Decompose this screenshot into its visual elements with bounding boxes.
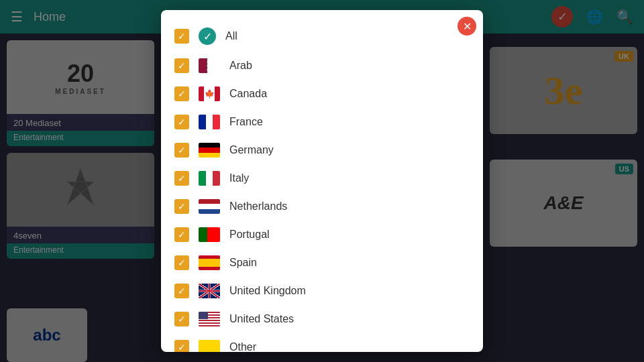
checkbox-other[interactable]: ✓ [174,340,189,352]
list-item-germany[interactable]: ✓ Germany [161,136,483,164]
list-item-other[interactable]: ✓ Other [161,333,483,352]
flag-portugal [199,227,220,242]
checkbox-portugal[interactable]: ✓ [174,227,189,242]
list-item-italy[interactable]: ✓ Italy [161,164,483,192]
item-label-arab: Arab [229,60,252,72]
checkbox-united-kingdom[interactable]: ✓ [174,284,189,298]
item-label-all: All [225,30,237,42]
checkbox-italy[interactable]: ✓ [174,171,189,186]
check-green-all: ✓ [199,27,216,45]
dialog-close-button[interactable]: ✕ [458,17,476,36]
filter-dialog: ✕ ✓ ✓ All ✓ [161,10,483,352]
checkbox-all[interactable]: ✓ [174,29,189,44]
flag-france [199,115,220,129]
check-icon: ✓ [178,201,186,212]
item-label-united-states: United States [229,313,294,325]
checkbox-netherlands[interactable]: ✓ [174,199,189,214]
check-icon: ✓ [178,342,186,352]
list-item-netherlands[interactable]: ✓ Netherlands [161,192,483,221]
checkbox-canada[interactable]: ✓ [174,86,189,101]
check-icon: ✓ [178,145,186,156]
list-item-arab[interactable]: ✓ Arab [161,52,483,80]
checkbox-united-states[interactable]: ✓ [174,312,189,326]
list-item-portugal[interactable]: ✓ Portugal [161,221,483,249]
list-item-canada[interactable]: ✓ 🍁 Canada [161,80,483,108]
item-label-portugal: Portugal [229,229,270,241]
item-label-germany: Germany [229,144,274,156]
country-filter-list: ✓ ✓ All ✓ [161,10,483,352]
check-icon: ✓ [178,31,186,42]
item-label-united-kingdom: United Kingdom [229,285,306,297]
item-label-france: France [229,116,263,128]
flag-us [199,312,220,326]
flag-germany [199,143,220,158]
check-icon: ✓ [178,60,186,71]
check-icon: ✓ [178,117,186,127]
check-icon: ✓ [178,229,186,240]
flag-other [199,340,220,352]
item-label-canada: Canada [229,88,267,100]
flag-uk [199,284,220,298]
check-icon: ✓ [178,286,186,296]
list-item-france[interactable]: ✓ France [161,108,483,136]
item-label-spain: Spain [229,257,257,269]
item-label-netherlands: Netherlands [229,200,287,213]
flag-netherlands [199,199,220,214]
flag-italy [199,171,220,186]
checkbox-spain[interactable]: ✓ [174,255,189,270]
dialog-overlay: ✕ ✓ ✓ All ✓ [0,0,644,362]
checkbox-france[interactable]: ✓ [174,115,189,129]
checkbox-arab[interactable]: ✓ [174,58,189,73]
item-label-italy: Italy [229,172,249,184]
checkbox-germany[interactable]: ✓ [174,143,189,158]
flag-spain [199,255,220,270]
check-icon: ✓ [178,88,186,99]
list-item-spain[interactable]: ✓ Spain [161,249,483,277]
list-item-united-states[interactable]: ✓ United States [161,305,483,333]
flag-canada: 🍁 [199,86,220,101]
flag-arab [199,58,220,73]
list-item-all[interactable]: ✓ ✓ All [161,21,483,52]
check-icon: ✓ [203,30,212,43]
item-label-other: Other [229,341,256,352]
check-icon: ✓ [178,257,186,268]
list-item-united-kingdom[interactable]: ✓ United Kingdom [161,277,483,305]
check-icon: ✓ [178,314,186,324]
check-icon: ✓ [178,173,186,184]
